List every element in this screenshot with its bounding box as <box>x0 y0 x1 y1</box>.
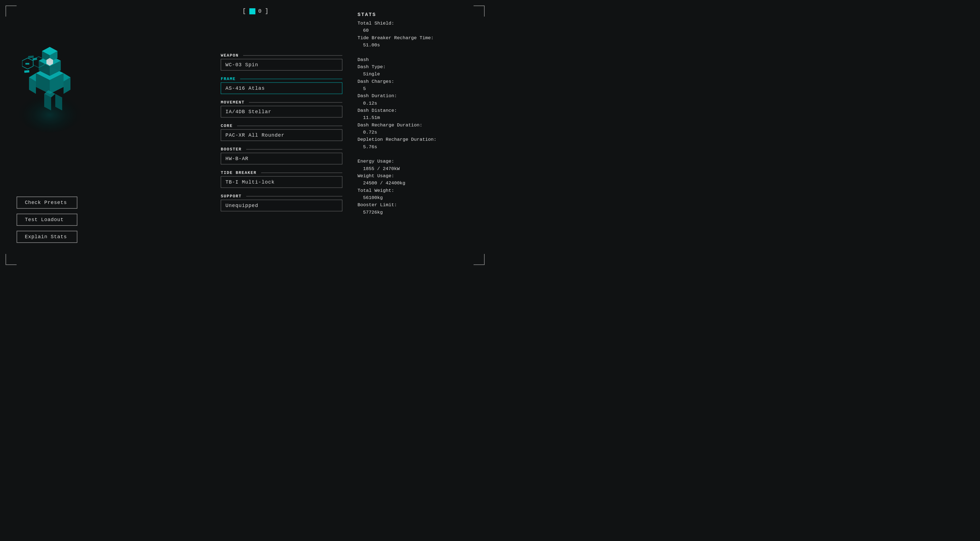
frame-label: FRAME <box>221 77 342 81</box>
stat-total-weight-label: Total Weight: <box>358 187 479 194</box>
mech-visual <box>8 22 113 188</box>
stat-dash-header: Dash <box>358 56 479 63</box>
currency-bar: [ 0 ] <box>242 8 269 14</box>
stat-total-shield-value: 60 <box>358 27 479 34</box>
stat-dash-distance-label: Dash Distance: <box>358 107 479 114</box>
stats-title: STATS <box>358 11 479 19</box>
frame-box[interactable]: AS-416 Atlas <box>221 82 342 94</box>
explain-stats-button[interactable]: Explain Stats <box>17 231 77 243</box>
stats-panel: STATS Total Shield: 60 Tide Breaker Rech… <box>358 11 479 216</box>
booster-label: BOOSTER <box>221 147 342 152</box>
corner-bracket-bottom-right <box>474 254 485 265</box>
stat-dash-distance-value: 11.51m <box>358 114 479 121</box>
stat-depletion-label: Depletion Recharge Duration: <box>358 136 479 143</box>
weapon-box[interactable]: WC-03 Spin <box>221 59 342 71</box>
stat-dash-charges-label: Dash Charges: <box>358 78 479 85</box>
stat-dash-charges-value: 5 <box>358 85 479 92</box>
corner-bracket-bottom-left <box>6 254 17 265</box>
tide-breaker-label: TIDE BREAKER <box>221 171 342 175</box>
stat-dash-type-value: Single <box>358 71 479 78</box>
stat-dash-type-label: Dash Type: <box>358 63 479 71</box>
currency-gem-icon <box>250 8 256 14</box>
stat-dash-duration-label: Dash Duration: <box>358 92 479 100</box>
support-slot: SUPPORT Unequipped <box>221 194 342 211</box>
booster-box[interactable]: HW-B-AR <box>221 153 342 165</box>
stat-dash-recharge-label: Dash Recharge Duration: <box>358 122 479 129</box>
core-label: CORE <box>221 124 342 129</box>
svg-marker-24 <box>22 58 33 69</box>
stat-energy-value: 1855 / 2470kW <box>358 165 479 173</box>
stat-total-weight-value: 56100kg <box>358 194 479 201</box>
decorative-items <box>22 55 55 79</box>
frame-slot: FRAME AS-416 Atlas <box>221 77 342 94</box>
support-box[interactable]: Unequipped <box>221 200 342 211</box>
stat-tide-recharge-value: 51.00s <box>358 42 479 49</box>
action-buttons-container: Check Presets Test Loadout Explain Stats <box>17 197 77 243</box>
check-presets-button[interactable]: Check Presets <box>17 197 77 209</box>
core-box[interactable]: PAC-XR All Rounder <box>221 130 342 141</box>
bracket-left: [ <box>242 8 247 14</box>
currency-value: 0 <box>258 8 262 14</box>
stat-dash-recharge-value: 0.72s <box>358 129 479 136</box>
stat-tide-recharge-label: Tide Breaker Recharge Time: <box>358 35 479 42</box>
stat-booster-limit-value: 57726kg <box>358 209 479 216</box>
bracket-right: ] <box>265 8 269 14</box>
stat-depletion-value: 5.76s <box>358 144 479 151</box>
stats-content: Total Shield: 60 Tide Breaker Recharge T… <box>358 20 479 216</box>
test-loadout-button[interactable]: Test Loadout <box>17 214 77 226</box>
corner-bracket-top-left <box>6 6 17 17</box>
movement-label: MOVEMENT <box>221 100 342 105</box>
booster-slot: BOOSTER HW-B-AR <box>221 147 342 165</box>
weapon-slot: WEAPON WC-03 Spin <box>221 53 342 71</box>
core-slot: CORE PAC-XR All Rounder <box>221 124 342 141</box>
stat-energy-label: Energy Usage: <box>358 158 479 165</box>
stat-booster-limit-label: Booster Limit: <box>358 201 479 209</box>
stat-total-shield-label: Total Shield: <box>358 20 479 27</box>
movement-slot: MOVEMENT IA/4DB Stellar <box>221 100 342 117</box>
weapon-label: WEAPON <box>221 53 342 58</box>
stat-weight-usage-value: 24500 / 42400kg <box>358 180 479 187</box>
tide-breaker-box[interactable]: TB-I Multi-lock <box>221 176 342 188</box>
stat-weight-usage-label: Weight Usage: <box>358 173 479 180</box>
svg-rect-26 <box>24 70 30 73</box>
stat-dash-duration-value: 0.12s <box>358 100 479 107</box>
support-label: SUPPORT <box>221 194 342 199</box>
svg-marker-25 <box>33 57 44 68</box>
loadout-panel: WEAPON WC-03 Spin FRAME AS-416 Atlas MOV… <box>221 53 342 217</box>
tide-breaker-slot: TIDE BREAKER TB-I Multi-lock <box>221 171 342 188</box>
movement-box[interactable]: IA/4DB Stellar <box>221 106 342 117</box>
